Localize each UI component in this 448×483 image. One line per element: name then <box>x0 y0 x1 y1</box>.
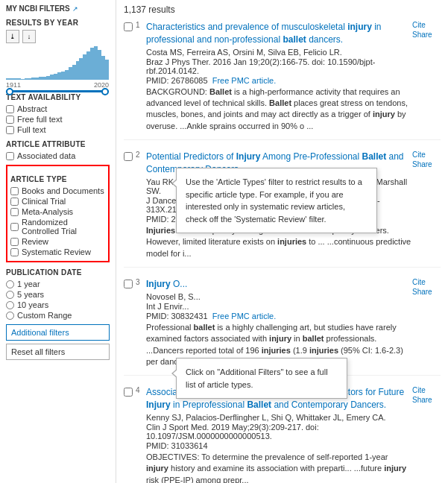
result-checkbox[interactable] <box>124 22 133 31</box>
download-icons: ⤓ ↓ <box>6 30 110 43</box>
10years-radio[interactable] <box>6 301 14 309</box>
free-full-text-checkbox[interactable] <box>6 116 14 124</box>
result-checkbox[interactable] <box>124 388 133 397</box>
abstract-label: Abstract <box>17 104 47 113</box>
custom-range-radio[interactable] <box>6 312 14 320</box>
result-body: Characteristics and prevalence of muscul… <box>146 21 412 132</box>
1year-radio-item[interactable]: 1 year <box>6 280 110 288</box>
keyword-ballet: Ballet <box>362 151 386 162</box>
keyword-ballet: ballet <box>283 34 306 45</box>
result-journal: Braz J Phys Ther. 2016 Jan 19;20(2):166-… <box>146 57 412 75</box>
result-checkbox[interactable] <box>124 152 133 161</box>
custom-range-label: Custom Range <box>17 311 72 320</box>
text-availability-section: TEXT AVAILABILITY Abstract Free full tex… <box>6 93 110 134</box>
share-button[interactable]: Share <box>412 396 432 404</box>
systematic-review-checkbox[interactable] <box>10 248 19 256</box>
share-button[interactable]: Share <box>412 31 432 39</box>
slider-thumb-right[interactable] <box>101 88 109 95</box>
result-authors: Novosel B, S... <box>146 292 412 301</box>
free-full-text-checkbox-item[interactable]: Free full text <box>6 115 110 124</box>
result-body: Association Between Previous Injury and … <box>146 386 412 483</box>
clinical-trial-checkbox[interactable] <box>10 198 19 206</box>
keyword-injury-text2: injury <box>384 464 406 473</box>
rct-checkbox-item[interactable]: Randomized Controlled Trial <box>10 218 105 236</box>
cite-button[interactable]: Cite <box>412 151 426 159</box>
clinical-trial-checkbox-item[interactable]: Clinical Trial <box>10 197 105 206</box>
10years-radio-item[interactable]: 10 years <box>6 300 110 309</box>
systematic-review-label: Systematic Review <box>22 247 91 256</box>
5years-radio[interactable] <box>6 291 14 299</box>
result-authors: Kenny SJ, Palacios-Derflingher L, Shi Q,… <box>146 413 412 422</box>
result-item: 4 Association Between Previous Injury an… <box>124 386 441 483</box>
cite-button[interactable]: Cite <box>412 278 426 286</box>
text-availability-label: TEXT AVAILABILITY <box>6 93 110 101</box>
share-button[interactable]: Share <box>412 288 432 296</box>
result-title-link[interactable]: Characteristics and prevalence of muscul… <box>146 22 382 45</box>
bar <box>105 60 109 80</box>
5years-radio-item[interactable]: 5 years <box>6 290 110 299</box>
meta-analysis-checkbox[interactable] <box>10 208 19 216</box>
keyword-injuries: injuries <box>262 346 291 355</box>
download-table-icon[interactable]: ↓ <box>22 30 36 43</box>
meta-analysis-checkbox-item[interactable]: Meta-Analysis <box>10 207 105 216</box>
result-number: 2 <box>136 151 140 159</box>
result-checkbox[interactable] <box>124 280 133 288</box>
result-number: 1 <box>136 21 140 29</box>
full-text-checkbox-item[interactable]: Full text <box>6 125 110 134</box>
keyword-injury: Injury <box>236 151 261 162</box>
article-attribute-label: ARTICLE ATTRIBUTE <box>6 140 110 148</box>
sidebar: MY NCBI FILTERS ↗ RESULTS BY YEAR ⤓ ↓ <box>0 0 116 483</box>
cite-button[interactable]: Cite <box>412 386 426 394</box>
associated-data-checkbox[interactable] <box>6 152 14 160</box>
result-title-link[interactable]: Injury O... <box>146 279 187 289</box>
cite-share-col: Cite Share <box>412 386 441 483</box>
review-checkbox-item[interactable]: Review <box>10 237 105 246</box>
rct-checkbox[interactable] <box>10 223 19 231</box>
result-journal: Clin J Sport Med. 2019 May;29(3):209-217… <box>146 423 412 441</box>
reset-filters-button[interactable]: Reset all filters <box>6 344 110 360</box>
tooltip-article-type: Use the 'Article Types' filter to restri… <box>176 168 377 233</box>
article-type-section: ARTICLE TYPE Books and Documents Clinica… <box>6 165 110 262</box>
article-attribute-section: ARTICLE ATTRIBUTE Associated data <box>6 140 110 160</box>
abstract-checkbox-item[interactable]: Abstract <box>6 104 110 113</box>
full-text-checkbox[interactable] <box>6 126 14 134</box>
meta-analysis-label: Meta-Analysis <box>22 207 73 216</box>
my-ncbi-link[interactable]: ↗ <box>72 5 78 13</box>
full-text-label: Full text <box>17 125 46 134</box>
clinical-trial-label: Clinical Trial <box>22 197 66 206</box>
result-body: Injury O... Novosel B, S... Int J Envir.… <box>146 278 412 367</box>
slider-thumb-left[interactable] <box>6 88 13 95</box>
chart-bars <box>6 46 109 80</box>
1year-radio[interactable] <box>6 280 14 288</box>
year-slider[interactable] <box>6 90 109 92</box>
abstract-checkbox[interactable] <box>6 105 14 113</box>
year-chart: 1911 2020 <box>6 46 109 87</box>
keyword-injury-text: injury <box>373 110 395 119</box>
systematic-review-checkbox-item[interactable]: Systematic Review <box>10 247 105 256</box>
download-bar-icon[interactable]: ⤓ <box>6 30 19 43</box>
free-pmc-badge: Free PMC article. <box>212 76 277 85</box>
books-docs-checkbox[interactable] <box>10 187 19 195</box>
result-number: 3 <box>136 278 140 286</box>
article-type-label: ARTICLE TYPE <box>10 175 105 183</box>
my-ncbi-filters-section: MY NCBI FILTERS ↗ <box>6 4 110 13</box>
keyword-ballet-text2: ballet <box>303 334 324 343</box>
cite-share-col: Cite Share <box>412 278 441 367</box>
share-button[interactable]: Share <box>412 160 432 168</box>
cite-button[interactable]: Cite <box>412 21 426 29</box>
results-by-year-section: RESULTS BY YEAR ⤓ ↓ <box>6 19 110 87</box>
slider-fill <box>6 90 109 92</box>
keyword-injuries: Injuries <box>146 226 175 235</box>
keyword-injuries2: injuries <box>309 346 338 355</box>
additional-filters-button[interactable]: Additional filters <box>6 324 110 341</box>
books-docs-checkbox-item[interactable]: Books and Documents <box>10 186 105 195</box>
result-number: 4 <box>136 386 140 394</box>
result-pmid: PMID: 30832431 Free PMC article. <box>146 312 412 321</box>
custom-range-radio-item[interactable]: Custom Range <box>6 311 110 320</box>
cite-share-col: Cite Share <box>412 151 441 259</box>
keyword-injury: injury <box>347 22 372 32</box>
review-checkbox[interactable] <box>10 238 19 246</box>
associated-data-label: Associated data <box>17 151 75 160</box>
review-label: Review <box>22 237 48 246</box>
associated-data-checkbox-item[interactable]: Associated data <box>6 151 110 160</box>
